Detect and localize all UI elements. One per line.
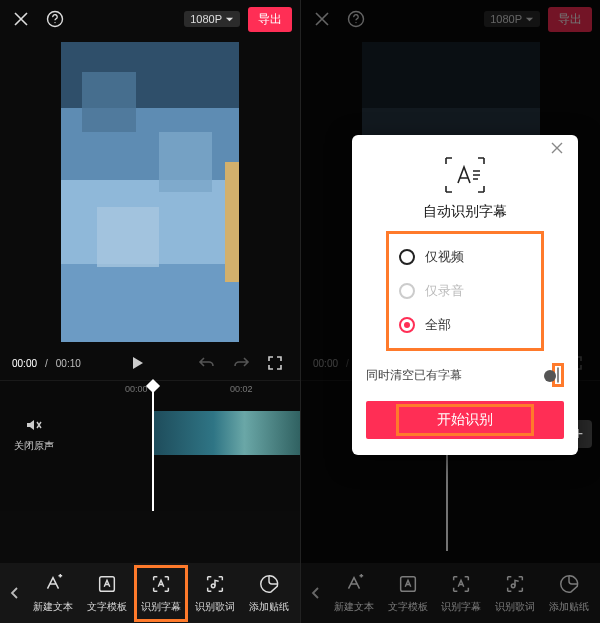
playhead[interactable] [152, 381, 154, 511]
tool-label: 识别歌词 [195, 600, 235, 614]
auto-subtitle-icon [450, 573, 472, 595]
ruler-tick-0: 00:00 [125, 384, 148, 394]
play-button[interactable] [124, 350, 150, 376]
tool-auto-subtitle[interactable]: 识别字幕 [134, 567, 188, 620]
tool-new-text: 新建文本 [327, 567, 381, 620]
bottom-toolbar: 新建文本 文字模板 识别字幕 识别歌词 添加贴纸 [0, 563, 300, 623]
tool-new-text[interactable]: 新建文本 [26, 567, 80, 620]
toolbar-back-button [305, 563, 327, 623]
option-all[interactable]: 全部 [399, 308, 531, 342]
clear-existing-toggle[interactable] [557, 367, 559, 383]
tool-auto-subtitle: 识别字幕 [435, 567, 489, 620]
radio-icon [399, 317, 415, 333]
resolution-chip[interactable]: 1080P [184, 11, 240, 27]
tool-label: 添加贴纸 [249, 600, 289, 614]
video-preview[interactable] [0, 38, 300, 346]
option-video-only[interactable]: 仅视频 [399, 240, 531, 274]
lyrics-icon [204, 573, 226, 595]
start-recognition-button[interactable]: 开始识别 [366, 401, 564, 439]
modal-hero-icon [366, 155, 564, 195]
lyrics-icon [504, 573, 526, 595]
option-label: 仅录音 [425, 282, 464, 300]
sticker-icon [258, 573, 280, 595]
tool-label: 文字模板 [388, 600, 428, 614]
modal-title: 自动识别字幕 [366, 203, 564, 221]
tool-text-template[interactable]: 文字模板 [80, 567, 134, 620]
export-button[interactable]: 导出 [248, 7, 292, 32]
clear-existing-row: 同时清空已有字幕 [366, 363, 564, 387]
template-icon [397, 573, 419, 595]
highlight-box [134, 565, 188, 622]
option-audio-only: 仅录音 [399, 274, 531, 308]
option-highlight-box: 仅视频 仅录音 全部 [386, 231, 544, 351]
chevron-down-icon [225, 15, 234, 24]
tool-label: 新建文本 [33, 600, 73, 614]
modal-close-button[interactable] [550, 141, 570, 161]
top-bar: 1080P 导出 [0, 0, 300, 38]
timeline[interactable]: 00:00 00:02 关闭原声 [0, 380, 300, 511]
editor-pane-left: 1080P 导出 00:00 / 00:10 [0, 0, 300, 623]
speaker-mute-icon [24, 415, 44, 435]
tool-label: 添加贴纸 [549, 600, 589, 614]
close-icon [550, 141, 564, 155]
mute-label: 关闭原声 [14, 439, 54, 453]
switch-highlight-box [552, 363, 564, 387]
sticker-icon [558, 573, 580, 595]
bottom-toolbar: 新建文本 文字模板 识别字幕 识别歌词 添加贴纸 [301, 563, 600, 623]
tool-label: 识别歌词 [495, 600, 535, 614]
button-label: 开始识别 [437, 411, 493, 427]
tool-add-sticker[interactable]: 添加贴纸 [242, 567, 296, 620]
timeline-clip[interactable] [152, 411, 306, 455]
tool-label: 文字模板 [87, 600, 127, 614]
template-icon [96, 573, 118, 595]
tool-auto-lyrics: 识别歌词 [488, 567, 542, 620]
transport-bar: 00:00 / 00:10 [0, 346, 300, 380]
option-label: 全部 [425, 316, 451, 334]
preview-frame [61, 42, 239, 342]
clear-label: 同时清空已有字幕 [366, 367, 462, 384]
tool-label: 识别字幕 [441, 600, 481, 614]
ruler-tick-1: 00:02 [230, 384, 253, 394]
help-icon[interactable] [42, 6, 68, 32]
tool-label: 新建文本 [334, 600, 374, 614]
close-icon[interactable] [8, 6, 34, 32]
tool-text-template: 文字模板 [381, 567, 435, 620]
text-plus-icon [42, 573, 64, 595]
mute-original-button[interactable]: 关闭原声 [14, 415, 54, 453]
resolution-label: 1080P [190, 13, 222, 25]
auto-subtitle-modal: 自动识别字幕 仅视频 仅录音 全部 同时清空已有字幕 开始识别 [352, 135, 578, 455]
redo-button[interactable] [228, 350, 254, 376]
text-plus-icon [343, 573, 365, 595]
tool-add-sticker: 添加贴纸 [542, 567, 596, 620]
radio-icon [399, 283, 415, 299]
undo-button[interactable] [194, 350, 220, 376]
time-total: 00:10 [56, 358, 81, 369]
tool-auto-lyrics[interactable]: 识别歌词 [188, 567, 242, 620]
export-label: 导出 [258, 12, 282, 26]
fullscreen-button[interactable] [262, 350, 288, 376]
option-label: 仅视频 [425, 248, 464, 266]
radio-icon [399, 249, 415, 265]
time-current: 00:00 [12, 358, 37, 369]
toolbar-back-button[interactable] [4, 563, 26, 623]
svg-point-1 [54, 22, 55, 23]
